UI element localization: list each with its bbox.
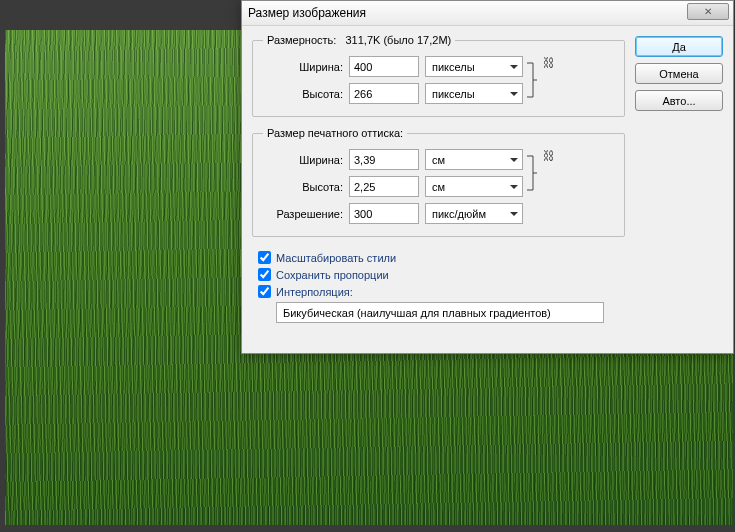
doc-width-input[interactable]: [349, 149, 419, 170]
dialog-left-panel: Размерность: 311,7K (было 17,2M) Ширина:…: [252, 34, 625, 329]
doc-width-unit-select[interactable]: см: [425, 149, 523, 170]
doc-width-label: Ширина:: [263, 154, 343, 166]
chevron-down-icon: [510, 65, 518, 69]
height-label: Высота:: [263, 88, 343, 100]
checkbox-label: Масштабировать стили: [276, 252, 396, 264]
interpolation-select[interactable]: Бикубическая (наилучшая для плавных град…: [276, 302, 604, 323]
link-icon: ⛓: [543, 149, 555, 197]
resample-checkbox-row[interactable]: Интерполяция:: [258, 285, 619, 298]
checkbox-label: Интерполяция:: [276, 286, 353, 298]
options-area: Масштабировать стили Сохранить пропорции…: [252, 247, 625, 329]
document-size-group: Размер печатного оттиска: Ширина: см: [252, 127, 625, 237]
pixel-dimensions-legend: Размерность: 311,7K (было 17,2M): [263, 34, 455, 46]
unit-label: см: [432, 154, 445, 166]
legend-prefix: Размерность:: [267, 34, 336, 46]
unit-label: пикс/дюйм: [432, 208, 486, 220]
button-label: Авто...: [662, 95, 695, 107]
doc-height-unit-select[interactable]: см: [425, 176, 523, 197]
resolution-unit-select[interactable]: пикс/дюйм: [425, 203, 523, 224]
chevron-down-icon: [510, 185, 518, 189]
unit-label: пикселы: [432, 61, 475, 73]
dialog-title: Размер изображения: [248, 6, 366, 20]
constrain-bracket-icon: [525, 56, 539, 104]
doc-height-label: Высота:: [263, 181, 343, 193]
scale-styles-checkbox[interactable]: [258, 251, 271, 264]
chevron-down-icon: [510, 212, 518, 216]
canvas-area: Размер изображения ✕ Размерность: 311,7K…: [0, 0, 735, 532]
size-info: 311,7K (было 17,2M): [346, 34, 452, 46]
constrain-bracket-icon: [525, 149, 539, 197]
close-icon: ✕: [704, 6, 712, 17]
dialog-titlebar[interactable]: Размер изображения ✕: [242, 1, 733, 26]
constrain-checkbox-row[interactable]: Сохранить пропорции: [258, 268, 619, 281]
unit-label: см: [432, 181, 445, 193]
ok-button[interactable]: Да: [635, 36, 723, 57]
scale-styles-checkbox-row[interactable]: Масштабировать стили: [258, 251, 619, 264]
pixel-dimensions-group: Размерность: 311,7K (было 17,2M) Ширина:…: [252, 34, 625, 117]
cancel-button[interactable]: Отмена: [635, 63, 723, 84]
pixel-width-unit-select[interactable]: пикселы: [425, 56, 523, 77]
button-label: Да: [672, 41, 686, 53]
button-label: Отмена: [659, 68, 698, 80]
resolution-label: Разрешение:: [263, 208, 343, 220]
close-button[interactable]: ✕: [687, 3, 729, 20]
pixel-width-input[interactable]: [349, 56, 419, 77]
dialog-buttons-panel: Да Отмена Авто...: [635, 34, 723, 329]
pixel-height-unit-select[interactable]: пикселы: [425, 83, 523, 104]
doc-height-input[interactable]: [349, 176, 419, 197]
constrain-checkbox[interactable]: [258, 268, 271, 281]
auto-button[interactable]: Авто...: [635, 90, 723, 111]
unit-label: пикселы: [432, 88, 475, 100]
pixel-height-input[interactable]: [349, 83, 419, 104]
dialog-body: Размерность: 311,7K (было 17,2M) Ширина:…: [242, 26, 733, 337]
link-icon: ⛓: [543, 56, 555, 104]
image-size-dialog: Размер изображения ✕ Размерность: 311,7K…: [241, 0, 734, 354]
document-size-legend: Размер печатного оттиска:: [263, 127, 407, 139]
resample-checkbox[interactable]: [258, 285, 271, 298]
chevron-down-icon: [510, 92, 518, 96]
chevron-down-icon: [510, 158, 518, 162]
checkbox-label: Сохранить пропорции: [276, 269, 389, 281]
width-label: Ширина:: [263, 61, 343, 73]
interpolation-label: Бикубическая (наилучшая для плавных град…: [283, 307, 551, 319]
resolution-input[interactable]: [349, 203, 419, 224]
